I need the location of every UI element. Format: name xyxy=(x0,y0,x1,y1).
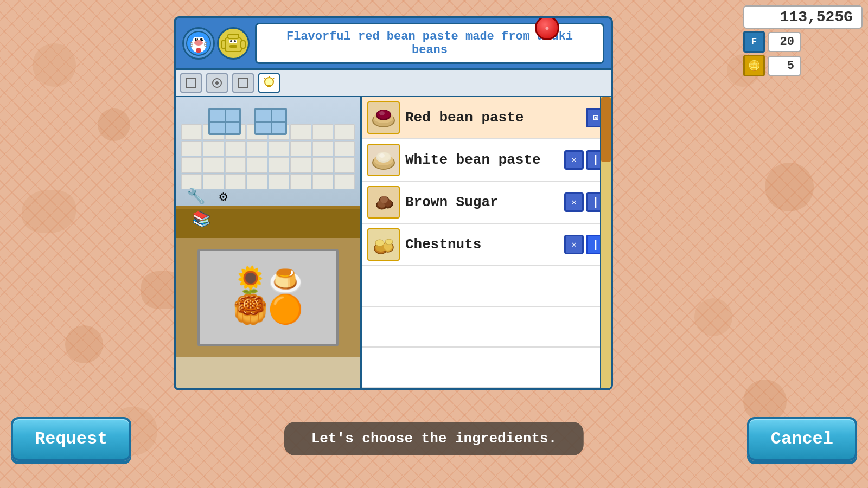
toolbar-item-1[interactable] xyxy=(180,73,202,93)
cancel-button[interactable]: Cancel xyxy=(747,417,857,461)
message-bar: Let's choose the ingredients. xyxy=(284,422,584,455)
f-stat-bar: F 20 xyxy=(743,31,863,53)
ingredient-icon-chestnuts xyxy=(367,228,400,261)
svg-line-33 xyxy=(273,78,274,79)
svg-rect-21 xyxy=(229,45,237,48)
ingredient-item-brown-sugar[interactable]: Brown Sugar ✕ | xyxy=(362,182,611,224)
ingredient-actions-chestnuts: ✕ | xyxy=(564,235,605,254)
ingredient-item-chestnuts[interactable]: Chestnuts ✕ | xyxy=(362,224,611,266)
ingredient-actions-brown-sugar: ✕ | xyxy=(564,192,605,212)
kitchen-fan: ⚙️ xyxy=(219,188,228,206)
character-doraemon xyxy=(182,27,215,60)
ingredient-icon-red-bean xyxy=(367,101,400,134)
svg-point-8 xyxy=(194,40,203,46)
kitchen-scene: 🔧 ⚙️ 📚 🌻🍮🥮🟠 xyxy=(176,97,360,388)
cooking-tray: 🌻🍮🥮🟠 xyxy=(197,249,339,346)
ingredient-name-white-bean: White bean paste xyxy=(405,152,564,168)
empty-row-2 xyxy=(362,307,611,348)
svg-rect-23 xyxy=(221,41,226,48)
svg-point-27 xyxy=(215,81,219,85)
toolbar-row xyxy=(176,70,611,97)
currency-amount: 113,525G xyxy=(743,5,863,29)
kitchen-counter: 📚 xyxy=(176,206,360,238)
ingredient-actions-white-bean: ✕ | xyxy=(564,150,605,170)
character-robot xyxy=(217,27,250,60)
close-button[interactable]: ● xyxy=(535,16,559,40)
scrollbar-thumb[interactable] xyxy=(601,97,611,162)
f-stat-value: 20 xyxy=(768,32,801,52)
f-stat-icon: F xyxy=(743,31,765,53)
kitchen-window-right xyxy=(254,108,287,135)
ingredient-x-btn-brown-sugar[interactable]: ✕ xyxy=(564,192,584,212)
request-button[interactable]: Request xyxy=(11,417,131,461)
toolbar-item-bulb[interactable] xyxy=(258,73,280,93)
svg-point-38 xyxy=(379,111,385,115)
toolbar-item-2[interactable] xyxy=(206,73,228,93)
svg-rect-30 xyxy=(267,85,271,87)
currency-bar: 113,525G F 20 🪙 5 xyxy=(743,5,863,76)
empty-row-3 xyxy=(362,348,611,388)
svg-point-20 xyxy=(234,40,236,42)
empty-row-1 xyxy=(362,266,611,307)
svg-point-55 xyxy=(385,239,393,245)
ingredient-x-btn-chestnuts[interactable]: ✕ xyxy=(564,235,584,254)
svg-rect-22 xyxy=(228,34,239,38)
coin-stat-bar: 🪙 5 xyxy=(743,55,863,76)
tray-food: 🌻🍮🥮🟠 xyxy=(233,269,303,326)
ingredient-scrollbar[interactable] xyxy=(600,97,611,388)
ingredient-list: Red bean paste ⊠ White bean paste xyxy=(360,97,611,388)
svg-point-19 xyxy=(230,40,232,42)
svg-rect-24 xyxy=(241,41,245,48)
ingredient-icon-white-bean xyxy=(367,144,400,176)
svg-point-6 xyxy=(196,38,197,40)
svg-rect-25 xyxy=(186,78,196,88)
request-button-container: Request xyxy=(11,417,131,461)
kitchen-top: 🔧 ⚙️ xyxy=(176,97,360,206)
svg-point-43 xyxy=(379,153,385,158)
character-icons xyxy=(182,27,250,60)
ingredient-icon-brown-sugar xyxy=(367,186,400,219)
svg-point-15 xyxy=(196,48,201,53)
coin-stat-value: 5 xyxy=(768,56,801,76)
svg-point-54 xyxy=(375,240,384,246)
toolbar-item-3[interactable] xyxy=(232,73,254,93)
svg-point-49 xyxy=(380,196,388,203)
ingredient-item-white-bean[interactable]: White bean paste ✕ | xyxy=(362,139,611,182)
ingredient-name-chestnuts: Chestnuts xyxy=(405,236,564,253)
svg-point-29 xyxy=(265,78,273,86)
svg-line-32 xyxy=(264,78,265,79)
svg-rect-16 xyxy=(225,38,241,52)
cancel-button-container: Cancel xyxy=(747,417,857,461)
cooking-tray-area: 🌻🍮🥮🟠 xyxy=(176,238,360,357)
ingredient-item-red-bean[interactable]: Red bean paste ⊠ xyxy=(362,97,611,139)
message-box: Let's choose the ingredients. xyxy=(284,422,584,455)
kitchen-window-left xyxy=(208,108,241,135)
kitchen-stack: 📚 xyxy=(192,210,211,228)
svg-point-7 xyxy=(202,38,203,40)
kitchen-tools-left: 🔧 xyxy=(187,187,206,206)
dialog-content: 🔧 ⚙️ 📚 🌻🍮🥮🟠 xyxy=(176,97,611,388)
ingredient-name-red-bean: Red bean paste xyxy=(405,110,586,126)
dialog-window: ● xyxy=(174,16,613,390)
ingredient-x-btn-white-bean[interactable]: ✕ xyxy=(564,150,584,170)
coin-stat-icon: 🪙 xyxy=(743,55,765,76)
ingredient-name-brown-sugar: Brown Sugar xyxy=(405,194,564,210)
svg-rect-28 xyxy=(238,78,248,88)
